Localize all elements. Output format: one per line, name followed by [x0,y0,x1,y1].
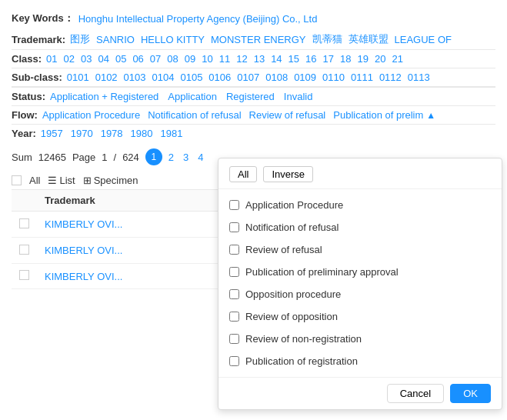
flow-tag-0[interactable]: Application Procedure [42,109,140,121]
trademark-tag-0[interactable]: 图形 [70,32,90,46]
flow-tag-2[interactable]: Review of refusal [249,109,326,121]
dropdown-item-0[interactable]: Application Procedure [218,194,502,216]
class-tag-1[interactable]: 02 [64,53,75,65]
class-tag-0[interactable]: 01 [46,53,57,65]
year-tag-0[interactable]: 1957 [41,128,63,139]
year-tag-1[interactable]: 1970 [71,128,93,139]
class-tag-8[interactable]: 09 [185,53,195,65]
class-row: Class: 01 02 03 04 05 06 07 08 09 10 11 … [12,50,495,68]
trademark-name-1[interactable]: KIMBERLY OVI... [45,245,122,256]
trademark-tag-4[interactable]: 凯蒂猫 [312,32,342,46]
trademark-tag-5[interactable]: 英雄联盟 [349,32,389,46]
dropdown-item-2[interactable]: Review of refusal [218,238,502,261]
dropdown-checkbox-2[interactable] [229,245,239,255]
class-tag-15[interactable]: 16 [305,53,316,65]
dropdown-checkbox-6[interactable] [229,334,239,344]
page-total: 624 [122,152,139,163]
dropdown-all-button[interactable]: All [229,166,257,182]
dropdown-checkbox-0[interactable] [229,200,239,210]
subclass-tag-2[interactable]: 0103 [124,72,146,83]
class-tag-6[interactable]: 07 [150,53,161,65]
flow-tag-1[interactable]: Notification of refusal [148,109,241,121]
class-tag-3[interactable]: 04 [98,53,108,65]
dropdown-item-label-3: Publication of preliminary approval [245,266,399,278]
class-tag-20[interactable]: 21 [392,53,402,65]
dropdown-checkbox-4[interactable] [229,289,239,299]
class-tag-10[interactable]: 11 [219,53,230,65]
class-tag-5[interactable]: 06 [132,53,143,65]
page-1-button[interactable]: 1 [145,148,162,165]
row-checkbox-2[interactable] [19,270,29,280]
subclass-tag-11[interactable]: 0112 [379,72,402,83]
year-tag-3[interactable]: 1980 [131,128,153,139]
status-tag-2[interactable]: Registered [226,91,275,102]
subclass-tag-1[interactable]: 0102 [95,72,118,83]
class-tag-18[interactable]: 19 [357,53,368,65]
class-tag-7[interactable]: 08 [167,53,178,65]
row-checkbox-0[interactable] [19,218,29,228]
dropdown-item-5[interactable]: Review of opposition [218,305,502,328]
subclass-tag-3[interactable]: 0104 [152,72,175,83]
subclass-tag-5[interactable]: 0106 [208,72,231,83]
dropdown-item-4[interactable]: Opposition procedure [218,283,502,305]
cancel-button[interactable]: Cancel [387,384,444,403]
status-tag-0[interactable]: Application + Registered [50,91,158,102]
subclass-tag-12[interactable]: 0113 [408,72,430,83]
year-tag-2[interactable]: 1978 [101,128,123,139]
row-checkbox-1[interactable] [19,245,29,255]
subclass-tag-8[interactable]: 0109 [294,72,316,83]
class-tag-2[interactable]: 03 [81,53,92,65]
class-tags: 01 02 03 04 05 06 07 08 09 10 11 12 13 1… [46,53,403,65]
trademark-tag-1[interactable]: SANRIO [96,34,135,45]
dropdown-checkbox-3[interactable] [229,267,239,277]
subclass-tag-0[interactable]: 0101 [67,72,89,83]
dropdown-checkbox-1[interactable] [229,222,239,232]
class-tag-14[interactable]: 15 [289,53,299,65]
dropdown-inverse-button[interactable]: Inverse [263,166,313,182]
specimen-option[interactable]: ⊞ Specimen [83,175,138,186]
trademark-name-2[interactable]: KIMBERLY OVI... [45,271,122,282]
class-tag-12[interactable]: 13 [254,53,265,65]
keywords-value[interactable]: Honghu Intellectual Property Agency (Bei… [78,13,318,25]
page-4-button[interactable]: 4 [195,150,206,165]
class-tag-9[interactable]: 10 [202,53,212,65]
list-icon: ☰ [48,175,57,186]
page-2-button[interactable]: 2 [165,150,177,165]
subclass-tag-7[interactable]: 0108 [265,72,288,83]
status-tag-3[interactable]: Invalid [284,91,313,102]
class-tag-13[interactable]: 14 [271,53,282,65]
subclass-tag-4[interactable]: 0105 [180,72,202,83]
subclass-tag-10[interactable]: 0111 [351,72,373,83]
flow-dropdown: All Inverse Application Procedure Notifi… [218,158,502,410]
class-tag-4[interactable]: 05 [115,53,126,65]
dropdown-item-3[interactable]: Publication of preliminary approval [218,261,502,283]
dropdown-checkbox-7[interactable] [229,356,239,366]
all-option[interactable]: All [29,175,40,186]
page-3-button[interactable]: 3 [180,150,192,165]
class-tag-16[interactable]: 17 [323,53,334,65]
select-all-checkbox[interactable] [12,175,22,185]
chevron-up-icon[interactable]: ▲ [426,110,435,121]
trademark-name-0[interactable]: KIMBERLY OVI... [45,218,122,230]
dropdown-item-6[interactable]: Review of non-registration [218,328,502,350]
dropdown-item-1[interactable]: Notification of refusal [218,216,502,238]
class-tag-11[interactable]: 12 [236,53,247,65]
ok-button[interactable]: OK [450,384,491,403]
trademark-tag-6[interactable]: LEAGUE OF [395,34,452,45]
trademark-tag-2[interactable]: HELLO KITTY [141,34,205,45]
dropdown-item-7[interactable]: Publication of registration [218,350,502,372]
class-tag-17[interactable]: 18 [340,53,351,65]
year-tag-4[interactable]: 1981 [161,128,183,139]
status-label: Status: [12,91,45,102]
dropdown-checkbox-5[interactable] [229,312,239,322]
class-tag-19[interactable]: 20 [375,53,385,65]
flow-tag-3[interactable]: Publication of prelim [333,109,423,121]
status-tag-1[interactable]: Application [168,91,217,102]
subclass-tag-6[interactable]: 0107 [237,72,259,83]
trademark-tag-3[interactable]: MONSTER ENERGY [211,34,306,45]
specimen-label: Specimen [94,175,138,186]
dropdown-item-label-1: Notification of refusal [245,222,339,233]
list-option[interactable]: ☰ List [48,175,75,186]
subclass-tag-9[interactable]: 0110 [322,72,345,83]
dropdown-item-label-6: Review of non-registration [245,333,362,345]
